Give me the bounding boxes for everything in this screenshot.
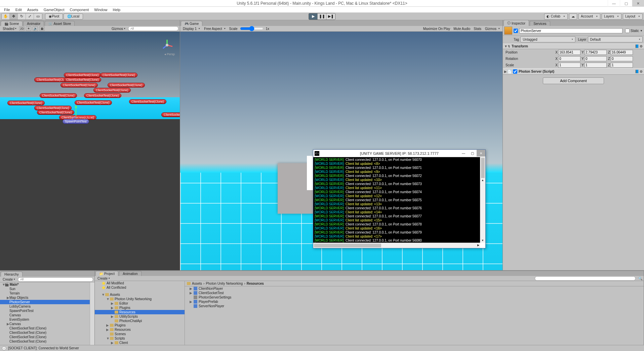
tab-game[interactable]: 🎮 Game	[181, 21, 202, 26]
hierarchy-item[interactable]: Sun	[0, 287, 90, 291]
project-folder-item[interactable]: ▼ Scripts	[95, 336, 185, 341]
layer-dropdown[interactable]: Default▾	[588, 36, 643, 42]
play-button[interactable]: ▶	[309, 13, 318, 20]
breadcrumb-photon[interactable]: Photon Unity Networking	[206, 282, 243, 285]
console-scrollbar-v[interactable]: ▼▲	[480, 157, 485, 243]
static-checkbox[interactable]	[625, 29, 630, 33]
position-y-input[interactable]	[585, 50, 607, 55]
scene-search[interactable]	[128, 26, 178, 31]
component-settings-icon[interactable]: ⚙	[640, 70, 643, 73]
toggle-audio[interactable]: 🔊	[33, 26, 38, 31]
project-folder-item[interactable]: ▶ Editor	[95, 301, 185, 306]
minimize-button[interactable]: —	[608, 0, 620, 7]
menu-gameobject[interactable]: GameObject	[41, 8, 67, 12]
orientation-gizmo-icon[interactable]	[160, 38, 174, 52]
console-output[interactable]: [WORLD SERVER]: Client connected: 127.0.…	[313, 157, 480, 243]
layout-dropdown[interactable]: Layout▼	[623, 13, 643, 20]
gameobject-name-input[interactable]	[519, 28, 622, 33]
scene-object-label[interactable]: ClientSocketTest(Clone)	[161, 112, 180, 117]
transform-component-header[interactable]: ▼↯ Transform 📘 ⚙	[503, 43, 644, 49]
scene-object-label[interactable]: ClientSocketTest(Clone)	[34, 106, 72, 110]
project-folder-item[interactable]: ▼ Assets	[95, 292, 185, 297]
project-folder-item[interactable]: ▶ Client	[95, 341, 185, 345]
project-folder-item[interactable]: Resources	[95, 310, 185, 314]
hierarchy-item[interactable]: SpawnPointTest	[0, 309, 90, 313]
script-enabled-checkbox[interactable]	[513, 69, 517, 74]
menu-help[interactable]: Help	[110, 8, 123, 12]
console-titlebar[interactable]: C:\ [UNITY GAME SERVER] IP: 58.173.212.1…	[313, 150, 485, 157]
tag-dropdown[interactable]: Untagged▾	[520, 36, 575, 42]
asset-item[interactable]: ▶ PlayerPrefab	[185, 300, 644, 304]
project-folder-item[interactable]: Scenes	[95, 332, 185, 336]
scene-object-label[interactable]: ClientSocketTest(Clone)	[64, 73, 101, 77]
scene-object-label[interactable]: ClientSocketTest(Clone)	[100, 73, 137, 77]
mute-audio-toggle[interactable]: Mute Audio	[452, 27, 471, 31]
console-maximize-button[interactable]: ▢	[468, 150, 477, 156]
project-folder-item[interactable]: ▶ Resources	[95, 327, 185, 332]
project-folder-item[interactable]: PhotonChatApi	[95, 319, 185, 323]
scene-object-label[interactable]: ClientSocketTest(Clone)	[84, 93, 121, 98]
scene-object-label[interactable]: ClientSocketTest(Clone)	[75, 100, 112, 105]
console-minimize-button[interactable]: —	[459, 150, 468, 156]
scale-tool[interactable]: ⤢	[26, 13, 34, 20]
menu-file[interactable]: File	[1, 8, 13, 12]
tab-animation[interactable]: Animation	[119, 271, 141, 276]
project-folder-item[interactable]: ▶ Plugins	[95, 323, 185, 327]
scale-x-input[interactable]	[558, 63, 580, 68]
rotate-tool[interactable]: ↻	[18, 13, 26, 20]
tab-hierarchy[interactable]: Hierarchy	[1, 272, 23, 277]
tab-services[interactable]: Services	[530, 21, 550, 26]
tab-scene[interactable]: 🎬 Scene	[1, 21, 23, 26]
asset-item[interactable]: ▶ ClientSocketTest	[185, 291, 644, 295]
photon-server-script-header[interactable]: ▶📄 Photon Server (Script) 📘 ⚙	[503, 68, 644, 75]
pivot-toggle[interactable]: ◉ Pivot	[45, 13, 63, 20]
rect-tool[interactable]: ▭	[34, 13, 42, 20]
local-toggle[interactable]: 🌐 Local	[64, 13, 83, 20]
rotation-y-input[interactable]	[585, 56, 607, 61]
tab-inspector[interactable]: ⓘ Inspector	[504, 20, 529, 26]
hierarchy-scene-root[interactable]: ▼🎬 Main*	[0, 282, 90, 287]
position-x-input[interactable]	[558, 50, 580, 55]
scene-object-label[interactable]: ClientSocketTest(Clone)	[129, 99, 166, 104]
scene-object-label[interactable]: ClientSocketTest(Clone)	[37, 110, 74, 115]
aspect-dropdown[interactable]: Free Aspect▾	[203, 27, 227, 31]
gizmos-dropdown[interactable]: Gizmos ▾	[110, 27, 127, 31]
stats-toggle[interactable]: Stats	[473, 27, 482, 31]
asset-item[interactable]: ServerNonPlayer	[185, 304, 644, 308]
tab-asset-store[interactable]: 🛒 Asset Store	[45, 21, 75, 26]
hand-tool[interactable]: ✋	[2, 13, 10, 20]
menu-component[interactable]: Component	[67, 8, 91, 12]
shading-dropdown[interactable]: Shaded ▾	[1, 27, 18, 31]
hierarchy-search[interactable]	[18, 277, 93, 282]
pause-button[interactable]: ❚❚	[318, 13, 326, 20]
rotation-x-input[interactable]	[558, 56, 580, 61]
close-button[interactable]: ✕	[632, 0, 644, 7]
add-component-button[interactable]: Add Component	[543, 77, 604, 84]
asset-list[interactable]: ▶ ClientNonPlayer▶ ClientSocketTest Phot…	[185, 286, 644, 345]
layers-dropdown[interactable]: Layers▼	[602, 13, 621, 20]
asset-item[interactable]: PhotonServerSettings	[185, 295, 644, 300]
toggle-fx[interactable]: ▦	[39, 26, 45, 31]
project-folder-tree[interactable]: ⭐ All Modified ⭐ All Conflicted ▼ Assets…	[95, 281, 185, 345]
favorites-all-conflicted[interactable]: ⭐ All Conflicted	[95, 285, 185, 290]
project-search[interactable]	[535, 276, 636, 281]
maximize-on-play-toggle[interactable]: Maximize On Play	[422, 27, 451, 31]
console-scrollbar-h[interactable]: ▶	[313, 243, 480, 248]
project-folder-item[interactable]: ▶ UtilityScripts	[95, 314, 185, 319]
hierarchy-item[interactable]: ▶Map Objects	[0, 295, 90, 300]
breadcrumb-assets[interactable]: Assets	[192, 282, 202, 285]
maximize-button[interactable]: ▢	[620, 0, 632, 7]
toggle-light[interactable]: ☀	[26, 26, 31, 31]
hierarchy-create-dropdown[interactable]: Create ▾	[1, 278, 16, 281]
hierarchy-item[interactable]: EventSystem	[0, 317, 90, 322]
active-checkbox[interactable]	[514, 29, 518, 33]
asset-item[interactable]: ▶ ClientNonPlayer	[185, 286, 644, 291]
hierarchy-item[interactable]: ClientSocketTest (Clone)	[0, 339, 90, 344]
console-window[interactable]: C:\ [UNITY GAME SERVER] IP: 58.173.212.1…	[313, 149, 486, 248]
scale-slider[interactable]	[240, 26, 264, 31]
tab-animator[interactable]: Animator	[23, 21, 44, 26]
component-settings-icon[interactable]: ⚙	[640, 44, 643, 48]
hierarchy-item[interactable]: Canvas	[0, 313, 90, 317]
tab-project[interactable]: 📁 Project	[95, 271, 118, 276]
static-dropdown-icon[interactable]: ▼	[640, 29, 643, 32]
